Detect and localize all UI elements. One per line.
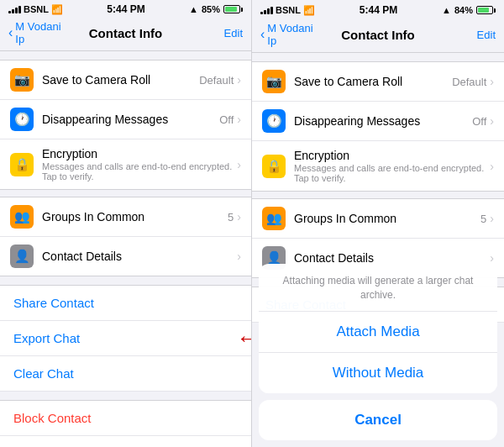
clock-icon-left: 🕐	[10, 108, 34, 131]
save-to-camera-content-right: Save to Camera Roll	[294, 75, 452, 88]
status-indicators-right: ▲ 84%	[442, 5, 496, 15]
contact-details-title-right: Contact Details	[294, 251, 490, 265]
chevron-right-icon-2-right: ›	[490, 114, 494, 128]
action-sheet: Attaching media will generate a larger c…	[259, 264, 497, 393]
contact-details-row-left[interactable]: 👤 Contact Details ›	[0, 237, 251, 276]
contact-details-content-left: Contact Details	[42, 250, 237, 263]
groups-value-left: 5	[228, 211, 234, 224]
edit-button-right[interactable]: Edit	[437, 29, 496, 41]
contact-details-title-left: Contact Details	[42, 250, 237, 263]
save-to-camera-value-left: Default	[199, 74, 234, 87]
export-chat-link-left[interactable]: Export Chat ←	[0, 321, 251, 356]
chevron-left-icon: ‹	[8, 26, 13, 39]
battery-icon-right	[476, 6, 496, 14]
left-panel: BSNL 📶 5:44 PM ▲ 85% ‹ M Vodani Ip Conta…	[0, 0, 252, 447]
save-to-camera-row-left[interactable]: 📷 Save to Camera Roll Default ›	[0, 60, 251, 100]
status-carrier-right: BSNL 📶	[260, 5, 315, 16]
back-button-left[interactable]: ‹ M Vodani Ip	[8, 20, 67, 45]
chevron-left-icon-right: ‹	[260, 28, 265, 41]
chevron-right-icon-5-left: ›	[237, 250, 241, 263]
disappearing-value-left: Off	[219, 113, 234, 126]
red-arrow-icon: ←	[236, 325, 252, 352]
disappearing-messages-row-left[interactable]: 🕐 Disappearing Messages Off ›	[0, 100, 251, 139]
danger-section-left: Block Contact Report Contact	[0, 400, 251, 447]
battery-label-right: 84%	[454, 5, 473, 15]
time-right: 5:44 PM	[360, 4, 397, 16]
nav-bar-left: ‹ M Vodani Ip Contact Info Edit	[0, 17, 251, 51]
arrow-icon: ▲	[189, 4, 198, 14]
group-icon-left: 👥	[10, 205, 34, 229]
settings-section-1-right: 📷 Save to Camera Roll Default › 🕐 Disapp…	[252, 61, 504, 192]
action-sheet-cancel-group: Cancel	[259, 400, 497, 440]
signal-icon-right	[260, 7, 273, 14]
save-to-camera-value-right: Default	[452, 76, 486, 88]
disappearing-content-right: Disappearing Messages	[294, 114, 472, 128]
page-title-left: Contact Info	[67, 26, 185, 40]
share-contact-link-left[interactable]: Share Contact	[0, 285, 251, 321]
groups-content-left: Groups In Common	[42, 210, 228, 224]
time-left: 5:44 PM	[107, 3, 144, 15]
action-sheet-header: Attaching media will generate a larger c…	[259, 264, 497, 312]
encryption-title-left: Encryption	[42, 147, 237, 160]
chevron-right-icon-4-left: ›	[237, 210, 241, 224]
battery-label-left: 85%	[202, 4, 220, 14]
groups-row-left[interactable]: 👥 Groups In Common 5 ›	[0, 197, 251, 237]
carrier-name-left: BSNL	[24, 4, 49, 14]
status-carrier-left: BSNL 📶	[8, 4, 63, 15]
status-indicators-left: ▲ 85%	[189, 4, 243, 14]
group-icon-right: 👥	[262, 207, 286, 230]
settings-section-1-left: 📷 Save to Camera Roll Default › 🕐 Disapp…	[0, 60, 251, 190]
battery-icon-left	[223, 5, 243, 13]
back-label-left: M Vodani Ip	[15, 20, 66, 45]
edit-button-left[interactable]: Edit	[184, 27, 243, 39]
arrow-icon-right: ▲	[442, 5, 451, 15]
action-sheet-overlay: Attaching media will generate a larger c…	[252, 264, 504, 447]
wifi-icon-right: 📶	[303, 5, 315, 16]
clear-chat-link-left[interactable]: Clear Chat	[0, 356, 251, 392]
save-to-camera-row-right[interactable]: 📷 Save to Camera Roll Default ›	[252, 62, 504, 102]
carrier-name-right: BSNL	[276, 5, 301, 15]
report-contact-link-left[interactable]: Report Contact	[0, 436, 251, 447]
action-section-left: Share Contact Export Chat ← Clear Chat	[0, 285, 251, 392]
camera-icon-right: 📷	[262, 70, 286, 93]
encryption-row-left[interactable]: 🔒 Encryption Messages and calls are end-…	[0, 139, 251, 189]
chevron-right-icon-3-right: ›	[490, 160, 494, 173]
page-title-right: Contact Info	[319, 28, 437, 42]
cancel-button[interactable]: Cancel	[259, 400, 497, 440]
groups-title-left: Groups In Common	[42, 210, 228, 224]
back-label-right: M Vodani Ip	[267, 22, 319, 47]
encryption-subtitle-left: Messages and calls are end-to-end encryp…	[42, 161, 237, 181]
status-bar-right: BSNL 📶 5:44 PM ▲ 84%	[252, 0, 504, 18]
save-to-camera-content-left: Save to Camera Roll	[42, 73, 199, 87]
disappearing-messages-row-right[interactable]: 🕐 Disappearing Messages Off ›	[252, 102, 504, 141]
groups-row-right[interactable]: 👥 Groups In Common 5 ›	[252, 199, 504, 239]
action-sheet-description: Attaching media will generate a larger c…	[272, 274, 484, 302]
without-media-button[interactable]: Without Media	[259, 353, 497, 393]
clock-icon-right: 🕐	[262, 109, 286, 133]
right-panel: BSNL 📶 5:44 PM ▲ 84% ‹ M Vodani Ip Conta…	[252, 0, 504, 447]
disappearing-content-left: Disappearing Messages	[42, 113, 219, 126]
person-icon-left: 👤	[10, 245, 34, 268]
nav-bar-right: ‹ M Vodani Ip Contact Info Edit	[252, 18, 504, 53]
chevron-right-icon-2-left: ›	[237, 113, 241, 126]
chevron-right-icon-1-left: ›	[237, 73, 241, 87]
groups-title-right: Groups In Common	[294, 212, 480, 225]
back-button-right[interactable]: ‹ M Vodani Ip	[260, 22, 319, 47]
encryption-row-right[interactable]: 🔒 Encryption Messages and calls are end-…	[252, 141, 504, 191]
groups-value-right: 5	[480, 213, 486, 225]
encryption-content-right: Encryption Messages and calls are end-to…	[294, 149, 490, 183]
status-bar-left: BSNL 📶 5:44 PM ▲ 85%	[0, 0, 251, 17]
settings-section-2-left: 👥 Groups In Common 5 › 👤 Contact Details…	[0, 197, 251, 276]
contact-details-content-right: Contact Details	[294, 251, 490, 265]
signal-icon	[8, 6, 21, 13]
chevron-right-icon-3-left: ›	[237, 158, 241, 171]
wifi-icon: 📶	[51, 4, 63, 15]
chevron-right-icon-5-right: ›	[490, 251, 494, 265]
chevron-right-icon-1-right: ›	[490, 75, 494, 88]
block-contact-link-left[interactable]: Block Contact	[0, 400, 251, 436]
save-to-camera-title-right: Save to Camera Roll	[294, 75, 452, 88]
encryption-title-right: Encryption	[294, 149, 490, 162]
disappearing-title-left: Disappearing Messages	[42, 113, 219, 126]
lock-icon-right: 🔒	[262, 155, 286, 178]
attach-media-button[interactable]: Attach Media	[259, 312, 497, 353]
